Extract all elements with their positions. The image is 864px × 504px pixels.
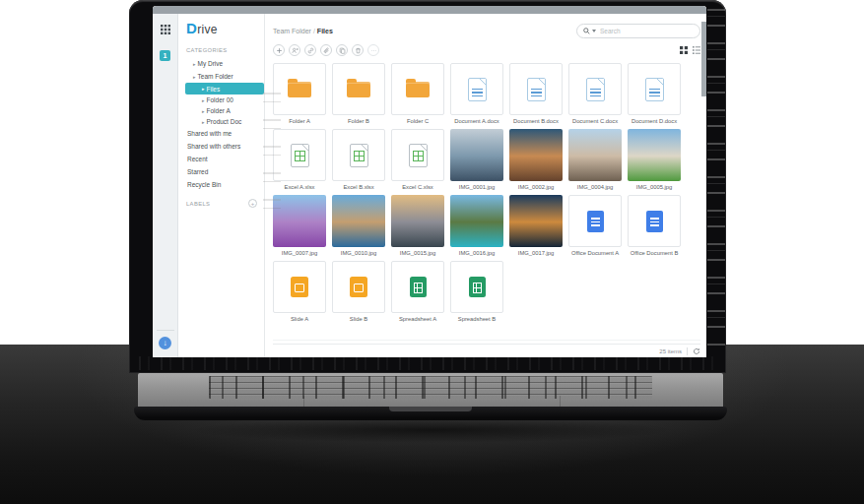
attach-label-button[interactable] [320,44,332,56]
file-thumbnail[interactable] [332,261,385,313]
file-thumbnail[interactable] [568,129,622,181]
drive-logo-text: rive [197,23,218,36]
sidebar-item[interactable]: ▸ Shared with others [178,140,264,153]
file-item[interactable]: Excel C.xlsx [391,129,444,190]
refresh-button[interactable] [693,347,700,355]
file-item[interactable]: Excel B.xlsx [332,129,385,190]
add-button[interactable] [273,44,285,56]
file-item[interactable]: Folder C [391,63,444,124]
file-thumbnail[interactable] [628,129,681,181]
file-name: IMG_0010.jpg [332,250,385,256]
share-with-user-button[interactable] [289,44,300,56]
breadcrumb: Team Folder/Files [273,28,333,34]
file-thumbnail[interactable] [332,195,385,247]
file-item[interactable]: Slide B [332,261,385,322]
file-item[interactable]: IMG_0002.jpg [509,129,563,190]
file-item[interactable]: IMG_0004.jpg [568,129,622,190]
labels-section: LABELS + [178,199,264,208]
file-item[interactable]: Document D.docx [628,63,681,124]
word-document-icon [468,78,487,101]
sidebar-item[interactable]: ▸ Folder A [178,105,264,116]
file-thumbnail[interactable] [273,129,326,181]
grid-view-icon[interactable] [680,46,688,54]
office-document-icon [587,211,604,232]
file-item[interactable]: Office Document B [628,195,681,256]
file-name: IMG_0005.jpg [628,184,681,190]
file-name: Slide A [273,316,326,322]
file-item[interactable]: IMG_0005.jpg [628,129,681,190]
main-menu-icon[interactable] [161,25,170,34]
sidebar-item[interactable]: ▸ Recent [178,153,264,165]
sidebar-item[interactable]: ▸ My Drive [178,57,264,70]
file-thumbnail[interactable] [450,63,503,115]
file-thumbnail[interactable] [509,129,563,181]
search-input[interactable] [598,27,694,35]
sidebar-item[interactable]: ▸ Team Folder [178,70,264,83]
file-name: IMG_0016.jpg [450,250,503,256]
file-thumbnail[interactable] [332,63,385,115]
file-name: IMG_0001.jpg [450,184,503,190]
file-thumbnail[interactable] [273,63,326,115]
file-item[interactable]: Document A.docx [450,63,503,124]
status-divider [687,347,688,355]
file-item[interactable]: IMG_0001.jpg [450,129,503,190]
file-thumbnail[interactable] [450,261,503,313]
search-filter-caret-icon[interactable] [592,30,596,32]
list-view-icon[interactable] [693,46,700,54]
breadcrumb-parent[interactable]: Team Folder [273,28,311,34]
copy-button[interactable] [336,44,348,56]
file-item[interactable]: IMG_0017.jpg [509,195,563,256]
file-thumbnail[interactable] [273,195,326,247]
toolbar [273,41,700,59]
file-thumbnail[interactable] [568,63,622,115]
file-thumbnail[interactable] [391,261,444,313]
sidebar-item[interactable]: ▸ Shared with me [178,127,264,140]
sidebar-item[interactable]: ▸ Starred [178,165,264,178]
file-thumbnail[interactable] [628,63,681,115]
file-thumbnail[interactable] [450,129,503,181]
file-thumbnail[interactable] [391,63,444,115]
file-item[interactable]: Spreadsheet B [450,261,503,322]
file-item[interactable]: IMG_0015.jpg [391,195,444,256]
get-link-button[interactable] [304,44,316,56]
file-thumbnail[interactable] [628,195,681,247]
file-item[interactable]: Spreadsheet A [391,261,444,322]
file-item[interactable]: Folder B [332,63,385,124]
file-thumbnail[interactable] [391,195,444,247]
sidebar-item[interactable]: ▸ Folder 00 [178,94,264,105]
categories-header: CATEGORIES [186,47,264,53]
file-name: Document C.docx [568,118,622,124]
file-item[interactable]: Excel A.xlsx [273,129,326,190]
sidebar-item[interactable]: ▸ Files [185,83,264,94]
content-header: Team Folder/Files [273,14,700,41]
search-box[interactable] [576,24,700,38]
word-document-icon [527,78,546,101]
file-item[interactable]: Slide A [273,261,326,322]
main-content: Team Folder/Files [265,14,706,357]
file-item[interactable]: IMG_0016.jpg [450,195,503,256]
file-thumbnail[interactable] [450,195,503,247]
file-thumbnail[interactable] [332,129,385,181]
breadcrumb-separator: / [313,28,315,34]
sidebar: Drive CATEGORIES ▸ My Drive ▸ Team Folde… [178,14,265,357]
file-thumbnail[interactable] [509,195,563,247]
file-name: Spreadsheet A [391,316,444,322]
delete-button[interactable] [352,44,364,56]
notification-badge[interactable]: 1 [160,50,170,61]
file-thumbnail[interactable] [568,195,622,247]
file-thumbnail[interactable] [273,261,326,313]
sidebar-item[interactable]: ▸ Recycle Bin [178,178,264,191]
more-actions-button[interactable] [367,44,379,56]
file-item[interactable]: Office Document A [568,195,622,256]
file-thumbnail[interactable] [509,63,563,115]
file-thumbnail[interactable] [391,129,444,181]
file-item[interactable]: IMG_0010.jpg [332,195,385,256]
file-item[interactable]: IMG_0007.jpg [273,195,326,256]
chevron-right-icon: ▸ [202,97,205,103]
desktop-client-download-button[interactable]: ↓ [159,337,171,349]
add-label-icon[interactable]: + [248,199,257,208]
file-item[interactable]: Document B.docx [509,63,563,124]
file-item[interactable]: Document C.docx [568,63,622,124]
sidebar-item[interactable]: ▸ Product Doc [178,116,264,127]
file-item[interactable]: Folder A [273,63,326,124]
